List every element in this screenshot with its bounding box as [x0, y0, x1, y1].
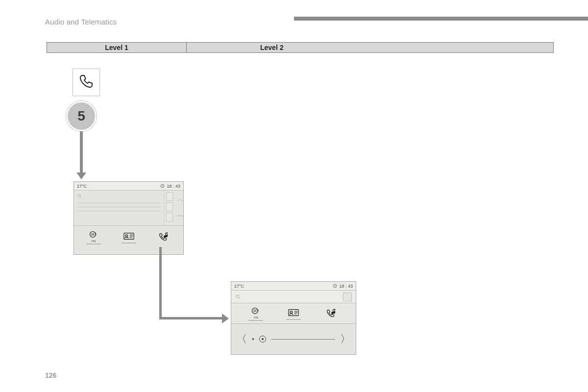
- phone-music-icon: [326, 308, 337, 319]
- screen2-clock: 18 : 43: [333, 284, 353, 289]
- screen1-scroll-column: ︿ —: [164, 191, 183, 225]
- section-title: Audio and Telematics: [45, 18, 117, 26]
- step-number-badge: 5: [66, 101, 97, 131]
- screen1-tab-row: ON: [74, 226, 183, 248]
- screen1-clock: 18 : 43: [160, 184, 180, 189]
- tab-contacts[interactable]: [275, 307, 313, 320]
- target-dot-icon[interactable]: [259, 336, 266, 343]
- screen2-tab-row: ON: [231, 303, 356, 323]
- nav-track-line: [271, 339, 335, 340]
- flow-arrow-down-1: [80, 131, 83, 173]
- tab-ringtone[interactable]: [146, 232, 181, 243]
- svg-point-12: [331, 312, 333, 313]
- checkbox[interactable]: [166, 202, 173, 211]
- screen1-list-left: [74, 191, 164, 225]
- tab-hold-sub: ON: [91, 240, 96, 243]
- screen1-temperature: 17°C: [77, 184, 87, 189]
- svg-point-9: [252, 308, 258, 314]
- tab-ringtone[interactable]: [312, 308, 350, 319]
- svg-point-8: [236, 295, 239, 298]
- clock-icon: [160, 184, 165, 188]
- screen1-list-area: ︿ —: [74, 191, 183, 226]
- step-number-text: 5: [77, 108, 85, 124]
- svg-point-5: [164, 236, 166, 237]
- screen-level-1: 17°C 18 : 43 ︿ —: [74, 181, 184, 255]
- screen2-tabs-band: ON: [231, 303, 356, 324]
- screen2-search-band[interactable]: [231, 291, 356, 303]
- flow-arrow-right: [159, 317, 223, 319]
- screen2-nav-band: 〈 • 〉: [231, 324, 356, 354]
- screen2-time: 18 : 43: [339, 284, 353, 289]
- header-accent-bar: [294, 17, 588, 21]
- tab-contacts[interactable]: [111, 231, 147, 244]
- svg-point-6: [166, 235, 167, 237]
- tab-call-hold[interactable]: ON: [76, 230, 111, 245]
- level-header-col2: Level 2: [187, 43, 553, 52]
- level-header-row: Level 1 Level 2: [47, 42, 554, 53]
- chevron-right-icon[interactable]: 〉: [340, 334, 351, 344]
- scroll-thumb: —: [177, 212, 184, 219]
- screen1-time: 18 : 43: [167, 184, 180, 189]
- search-icon: [235, 294, 241, 300]
- chevron-up-icon[interactable]: ︿: [177, 196, 184, 202]
- search-icon: [77, 194, 82, 199]
- clock-icon: [333, 284, 337, 288]
- screen1-search-row[interactable]: [77, 193, 161, 199]
- checkbox[interactable]: [166, 192, 173, 201]
- pause-call-icon: [89, 230, 98, 241]
- phone-music-icon: [158, 232, 169, 243]
- checkbox[interactable]: [343, 293, 352, 301]
- list-item[interactable]: [77, 203, 161, 203]
- phone-icon: [78, 74, 94, 91]
- phone-menu-tile[interactable]: [73, 69, 100, 96]
- list-item[interactable]: [77, 207, 161, 207]
- screen1-bottom: ON: [74, 226, 183, 254]
- list-item[interactable]: [77, 211, 161, 211]
- tab-underline: [86, 244, 101, 245]
- flow-connector-vertical: [159, 247, 162, 319]
- screen2-temperature: 17°C: [234, 284, 244, 289]
- tab-underline: [122, 243, 136, 244]
- svg-point-4: [125, 235, 128, 237]
- svg-point-11: [290, 311, 293, 313]
- svg-point-2: [90, 232, 96, 238]
- screen-level-2: 17°C 18 : 43 ON: [231, 281, 356, 355]
- screen1-status-bar: 17°C 18 : 43: [74, 182, 183, 191]
- tab-call-hold[interactable]: ON: [237, 306, 275, 321]
- tab-underline: [286, 319, 301, 320]
- screen2-status-bar: 17°C 18 : 43: [231, 282, 356, 291]
- chevron-left-icon[interactable]: 〈: [236, 334, 247, 344]
- level-header-col1: Level 1: [47, 43, 187, 52]
- page-number: 126: [45, 371, 56, 379]
- bullet-dot: •: [252, 335, 254, 343]
- checkbox[interactable]: [166, 213, 173, 221]
- pause-call-icon: [251, 306, 261, 317]
- svg-point-1: [78, 194, 81, 197]
- tab-hold-sub: ON: [254, 316, 258, 319]
- scroll-buttons: ︿ —: [177, 191, 184, 223]
- contact-card-icon: [123, 231, 134, 242]
- contact-card-icon: [288, 307, 299, 318]
- svg-point-13: [333, 312, 335, 313]
- tab-underline: [248, 320, 263, 321]
